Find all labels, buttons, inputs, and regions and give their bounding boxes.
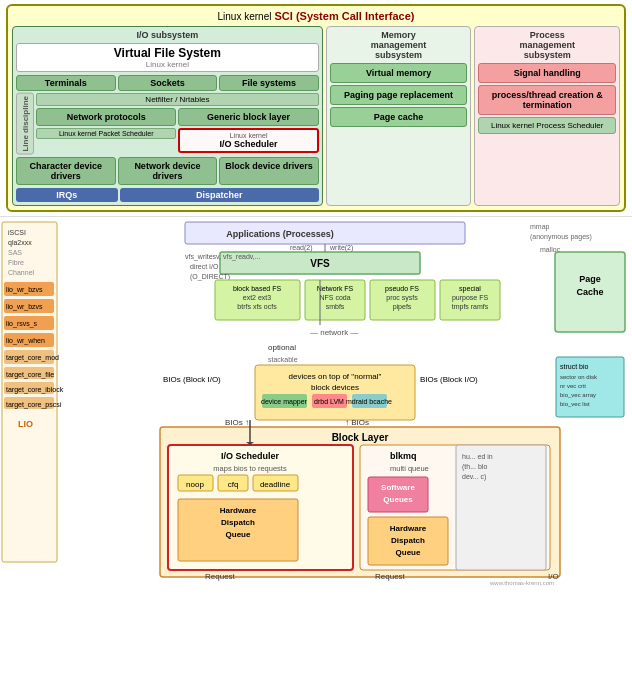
- svg-text:qla2xxx: qla2xxx: [8, 239, 32, 247]
- svg-text:Hardware: Hardware: [390, 524, 427, 533]
- irqs-bar: IRQs: [16, 188, 118, 202]
- svg-text:lio_wr_bzvs: lio_wr_bzvs: [6, 286, 43, 294]
- svg-text:(anonymous pages): (anonymous pages): [530, 233, 592, 241]
- svg-text:Block Layer: Block Layer: [332, 432, 389, 443]
- process-management-column: Process management subsystem Signal hand…: [474, 26, 620, 206]
- svg-text:special: special: [459, 285, 481, 293]
- io-middle-content: Netfilter / Nrtables Network protocols L…: [36, 93, 319, 155]
- file-systems-box: File systems: [219, 75, 319, 91]
- svg-text:(th... blo: (th... blo: [462, 463, 487, 471]
- sci-highlight: SCI (System Call Interface): [274, 10, 414, 22]
- svg-text:target_core_file: target_core_file: [6, 371, 54, 379]
- svg-text:cfq: cfq: [228, 480, 239, 489]
- svg-text:blkmq: blkmq: [390, 451, 417, 461]
- sockets-box: Sockets: [118, 75, 218, 91]
- svg-text:block devices: block devices: [311, 383, 359, 392]
- svg-text:write(2): write(2): [329, 244, 353, 252]
- svg-text:lio_wr_when: lio_wr_when: [6, 337, 45, 345]
- svg-text:direct I/O: direct I/O: [190, 263, 219, 270]
- svg-text:Page: Page: [579, 274, 601, 284]
- top-columns: I/O subsystem Virtual File System Linux …: [12, 26, 620, 206]
- svg-text:Queue: Queue: [396, 548, 421, 557]
- svg-text:maps bios to requests: maps bios to requests: [213, 464, 287, 473]
- svg-text:read(2): read(2): [290, 244, 313, 252]
- line-discipline-strip: Line discipline: [16, 93, 34, 155]
- svg-text:BIOs (Block I/O): BIOs (Block I/O): [420, 375, 478, 384]
- svg-text:iSCSI: iSCSI: [8, 229, 26, 236]
- network-device-drivers-box: Network device drivers: [118, 157, 218, 185]
- io-row1: Terminals Sockets File systems: [16, 75, 319, 91]
- svg-text:noop: noop: [186, 480, 204, 489]
- svg-text:SAS: SAS: [8, 249, 22, 256]
- bottom-row: Character device drivers Network device …: [16, 157, 319, 185]
- char-device-drivers-label: Character device drivers: [30, 161, 103, 181]
- svg-text:hu... ed in: hu... ed in: [462, 453, 493, 460]
- svg-text:Request: Request: [375, 572, 406, 581]
- bottom-diagram: iSCSI qla2xxx SAS Fibre Channel lio_wr_b…: [0, 216, 632, 586]
- svg-text:Hardware: Hardware: [220, 506, 257, 515]
- svg-text:lio_rsvs_s: lio_rsvs_s: [6, 320, 38, 328]
- svg-text:Queues: Queues: [383, 495, 413, 504]
- top-diagram: Linux kernel SCI (System Call Interface)…: [6, 4, 626, 212]
- generic-block-layer-box: Generic block layer: [178, 108, 318, 126]
- signal-handling-box: Signal handling: [478, 63, 616, 83]
- svg-text:Dispatch: Dispatch: [391, 536, 425, 545]
- svg-text:Request: Request: [205, 572, 236, 581]
- svg-text:pseudo FS: pseudo FS: [385, 285, 419, 293]
- sci-header: Linux kernel SCI (System Call Interface): [12, 10, 620, 22]
- sci-linux-kernel-label: Linux kernel: [218, 11, 272, 22]
- svg-text:ext2 ext3: ext2 ext3: [243, 294, 272, 301]
- svg-text:deadline: deadline: [260, 480, 291, 489]
- svg-text:pipefs: pipefs: [393, 303, 412, 311]
- svg-text:Network FS: Network FS: [317, 285, 354, 292]
- terminals-box: Terminals: [16, 75, 116, 91]
- dispatcher-bar: Dispatcher: [120, 188, 319, 202]
- vfs-lk-label: Linux kernel: [19, 60, 316, 69]
- page-cache-box: Page cache: [330, 107, 468, 127]
- proc-subsystem-header: Process management subsystem: [478, 30, 616, 60]
- vfs-title: Virtual File System: [19, 46, 316, 60]
- generic-block-label: Generic block layer: [207, 112, 290, 122]
- svg-text:VFS: VFS: [310, 258, 330, 269]
- network-protocols-box: Network protocols: [36, 108, 176, 126]
- io-middle: Line discipline Netfilter / Nrtables Net…: [16, 93, 319, 155]
- svg-text:purpose FS: purpose FS: [452, 294, 489, 302]
- svg-text:proc sysfs: proc sysfs: [386, 294, 418, 302]
- block-device-drivers-box: Block device drivers: [219, 157, 319, 185]
- packet-scheduler-box: Linux kernel Packet Scheduler: [36, 128, 176, 139]
- io-scheduler-lk: Linux kernel: [182, 132, 314, 139]
- svg-text:bio_vec list: bio_vec list: [560, 401, 590, 407]
- svg-text:devices on top of "normal": devices on top of "normal": [289, 372, 382, 381]
- line-discipline-label: Line discipline: [21, 96, 30, 152]
- netfilter-box: Netfilter / Nrtables: [36, 93, 319, 106]
- irq-dispatcher-row: IRQs Dispatcher: [16, 188, 319, 202]
- svg-text:struct bio: struct bio: [560, 363, 589, 370]
- block-device-drivers-label: Block device drivers: [225, 161, 313, 171]
- lk-process-scheduler-box: Linux kernel Process Scheduler: [478, 117, 616, 134]
- svg-text:www.thomas-krenn.com: www.thomas-krenn.com: [489, 580, 554, 586]
- svg-text:Channel: Channel: [8, 269, 35, 276]
- svg-text:bio_vec array: bio_vec array: [560, 392, 596, 398]
- svg-text:vfs_writesv, vfs_readv,...: vfs_writesv, vfs_readv,...: [185, 253, 261, 261]
- char-device-drivers-box: Character device drivers: [16, 157, 116, 185]
- process-thread-creation-box: process/thread creation & termination: [478, 85, 616, 115]
- virtual-memory-box: Virtual memory: [330, 63, 468, 83]
- io-scheduler-title: I/O Scheduler: [182, 139, 314, 149]
- svg-text:Queue: Queue: [226, 530, 251, 539]
- svg-text:lio_wr_bzvs: lio_wr_bzvs: [6, 303, 43, 311]
- memory-management-column: Memory management subsystem Virtual memo…: [326, 26, 472, 206]
- svg-text:— network —: — network —: [310, 328, 358, 337]
- svg-text:Software: Software: [381, 483, 415, 492]
- io-scheduler-box: Linux kernel I/O Scheduler: [178, 128, 318, 153]
- svg-text:btrfs xfs ocfs: btrfs xfs ocfs: [237, 303, 277, 310]
- svg-text:block based FS: block based FS: [233, 285, 282, 292]
- network-protocols-label: Network protocols: [67, 112, 146, 122]
- applications-label: Applications (Processes): [226, 229, 334, 239]
- svg-text:target_core_iblock: target_core_iblock: [6, 386, 64, 394]
- svg-text:dev... c): dev... c): [462, 473, 486, 481]
- svg-text:smbfs: smbfs: [326, 303, 345, 310]
- svg-text:sector on disk: sector on disk: [560, 374, 598, 380]
- svg-text:target_core_pscsi: target_core_pscsi: [6, 401, 62, 409]
- network-device-drivers-label: Network device drivers: [134, 161, 200, 181]
- svg-text:Cache: Cache: [576, 287, 603, 297]
